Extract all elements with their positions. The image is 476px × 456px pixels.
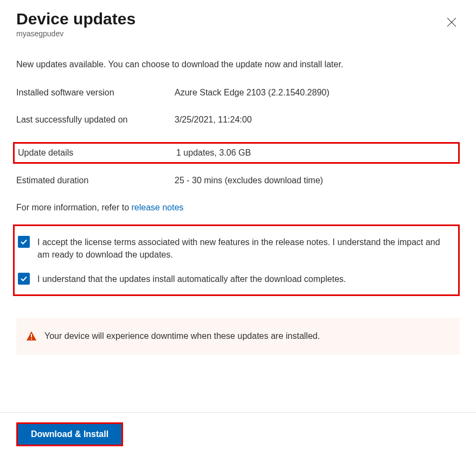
update-details-value: 1 updates, 3.06 GB xyxy=(176,148,251,158)
duration-row: Estimated duration 25 - 30 mins (exclude… xyxy=(16,176,460,185)
update-details-row: Update details 1 updates, 3.06 GB xyxy=(15,148,456,158)
page-subtitle: myasegpudev xyxy=(16,29,136,38)
update-details-highlight: Update details 1 updates, 3.06 GB xyxy=(13,142,460,164)
release-notes-link[interactable]: release notes xyxy=(132,203,184,212)
accept-terms-label: I accept the license terms associated wi… xyxy=(37,236,453,261)
warning-icon xyxy=(26,331,37,342)
intro-text: New updates available. You can choose to… xyxy=(16,60,460,69)
last-updated-value: 3/25/2021, 11:24:00 xyxy=(175,115,252,125)
installed-version-row: Installed software version Azure Stack E… xyxy=(16,88,460,98)
more-info-text: For more information, refer to release n… xyxy=(16,203,460,213)
download-install-highlight: Download & Install xyxy=(16,422,123,446)
last-updated-label: Last successfully updated on xyxy=(16,115,175,125)
checkmark-icon xyxy=(20,275,28,282)
checkbox-highlight: I accept the license terms associated wi… xyxy=(13,224,460,296)
last-updated-row: Last successfully updated on 3/25/2021, … xyxy=(16,115,460,125)
download-install-button[interactable]: Download & Install xyxy=(18,424,121,445)
accept-terms-checkbox[interactable] xyxy=(18,236,30,248)
downtime-alert: Your device will experience downtime whe… xyxy=(16,318,460,355)
installed-version-label: Installed software version xyxy=(16,88,175,98)
duration-value: 25 - 30 mins (excludes download time) xyxy=(175,176,323,185)
duration-label: Estimated duration xyxy=(16,176,175,185)
page-title: Device updates xyxy=(16,10,136,28)
checkmark-icon xyxy=(20,238,28,246)
footer: Download & Install xyxy=(0,412,476,456)
svg-rect-4 xyxy=(31,338,32,339)
understand-auto-checkbox[interactable] xyxy=(18,273,30,285)
close-button[interactable] xyxy=(443,14,460,32)
close-icon xyxy=(447,17,456,27)
more-info-prefix: For more information, refer to xyxy=(16,203,132,212)
update-details-label: Update details xyxy=(18,148,176,158)
accept-terms-row: I accept the license terms associated wi… xyxy=(18,236,453,261)
understand-auto-label: I understand that the updates install au… xyxy=(37,273,346,285)
alert-text: Your device will experience downtime whe… xyxy=(44,331,320,341)
understand-auto-row: I understand that the updates install au… xyxy=(18,273,453,285)
installed-version-value: Azure Stack Edge 2103 (2.2.1540.2890) xyxy=(175,88,330,98)
svg-rect-3 xyxy=(31,334,32,337)
